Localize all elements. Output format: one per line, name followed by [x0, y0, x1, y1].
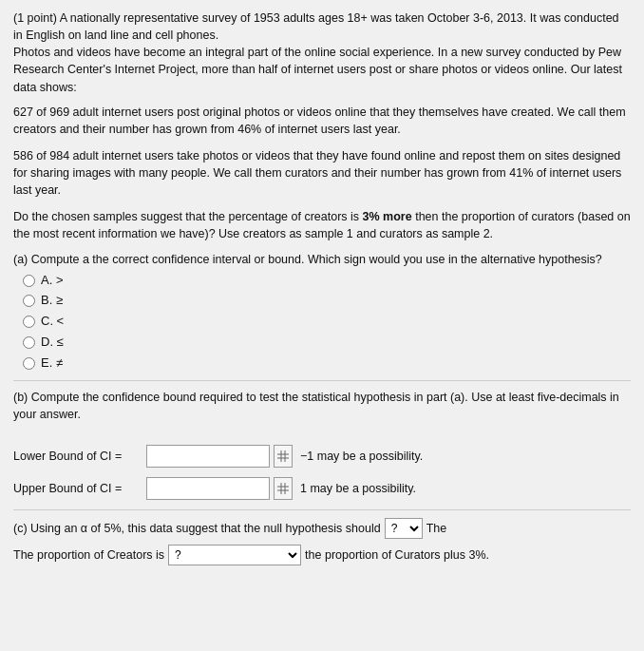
part-a-label: (a) Compute a the correct confidence int…	[13, 251, 631, 268]
radio-b[interactable]	[23, 295, 35, 307]
option-e-label[interactable]: E. ≠	[41, 354, 63, 373]
radio-a[interactable]	[23, 275, 35, 287]
part-b-label: (b) Compute the confidence bound require…	[13, 389, 631, 423]
option-d[interactable]: D. ≤	[23, 334, 631, 352]
intro-line2: Photos and videos have become an integra…	[13, 46, 622, 93]
upper-bound-input[interactable]	[146, 477, 270, 500]
question-block: Do the chosen samples suggest that the p…	[13, 208, 631, 242]
section1-text: 627 of 969 adult internet users post ori…	[13, 104, 631, 138]
part-c-label: (c) Using an α of 5%, this data suggest …	[13, 520, 381, 537]
radio-c[interactable]	[23, 316, 35, 328]
page: (1 point) A nationally representative su…	[0, 0, 644, 651]
upper-bound-label: Upper Bound of CI =	[13, 480, 146, 497]
section2-text: 586 of 984 adult internet users take pho…	[13, 147, 631, 199]
lower-bound-note: −1 may be a possibility.	[300, 448, 423, 465]
proportion-select[interactable]: ? greater than less than equal to not eq…	[168, 545, 301, 565]
radio-d[interactable]	[23, 336, 35, 349]
radio-group: A. > B. ≥ C. < D. ≤ E. ≠	[23, 272, 631, 373]
option-a-label[interactable]: A. >	[41, 272, 64, 290]
null-hypothesis-select[interactable]: ? be rejected not be rejected	[385, 518, 423, 539]
option-b-label[interactable]: B. ≥	[41, 292, 63, 310]
part-c-row2: The proportion of Creators is ? greater …	[13, 545, 631, 565]
part-c-text-end: the proportion of Curators plus 3%.	[305, 546, 489, 564]
option-d-label[interactable]: D. ≤	[41, 334, 64, 352]
intro-text: (1 point) A nationally representative su…	[13, 10, 631, 96]
part-c-the: The	[426, 520, 447, 537]
lower-grid-icon[interactable]	[274, 445, 293, 468]
part-b-section: (b) Compute the confidence bound require…	[13, 380, 631, 500]
lower-bound-input[interactable]	[146, 445, 270, 468]
option-b[interactable]: B. ≥	[23, 292, 631, 310]
intro-line1: (1 point) A nationally representative su…	[13, 11, 619, 42]
option-c-label[interactable]: C. <	[41, 313, 64, 331]
radio-e[interactable]	[23, 357, 35, 370]
lower-bound-row: Lower Bound of CI = −1 may be a possibil…	[13, 445, 631, 468]
part-c-section: (c) Using an α of 5%, this data suggest …	[13, 509, 631, 565]
option-e[interactable]: E. ≠	[23, 354, 631, 373]
lower-bound-label: Lower Bound of CI =	[13, 448, 146, 465]
question-bold: 3% more	[363, 210, 412, 223]
question-prefix: Do the chosen samples suggest that the p…	[13, 210, 363, 223]
option-a[interactable]: A. >	[23, 272, 631, 290]
part-c-text-middle: The proportion of Creators is	[13, 546, 164, 564]
part-c-row1: (c) Using an α of 5%, this data suggest …	[13, 518, 631, 539]
upper-grid-icon[interactable]	[274, 477, 293, 500]
option-c[interactable]: C. <	[23, 313, 631, 331]
upper-bound-row: Upper Bound of CI = 1 may be a possibili…	[13, 477, 631, 500]
upper-bound-note: 1 may be a possibility.	[300, 480, 416, 497]
